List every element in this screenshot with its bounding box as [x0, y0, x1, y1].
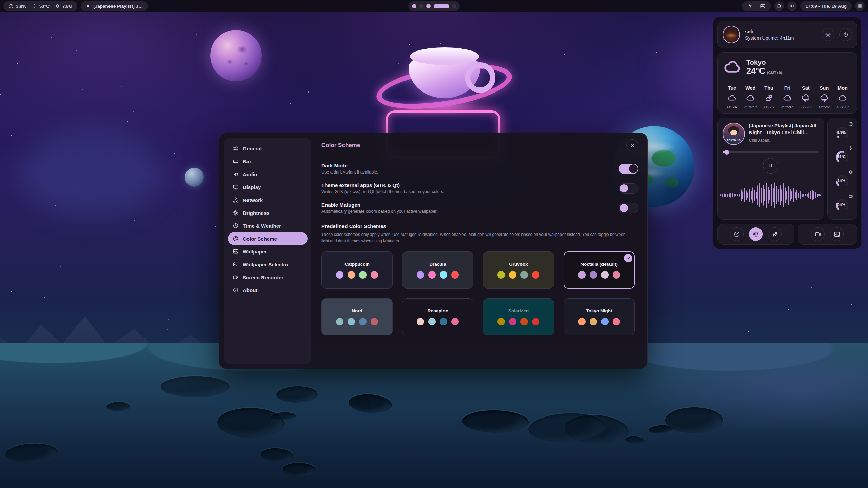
cloud-icon [838, 94, 847, 102]
sidebar-item-screen-recorder[interactable]: Screen Recorder [228, 271, 308, 284]
forecast-day: Thu33°/26° [760, 85, 778, 109]
color-swatch [497, 271, 505, 279]
wave-bar [781, 189, 782, 201]
wave-bar [756, 192, 757, 199]
gauge-thermo: 54°C [831, 146, 853, 167]
color-swatch [601, 271, 609, 279]
workspace-dot-1[interactable] [412, 4, 416, 8]
power-button[interactable] [839, 28, 852, 41]
sidebar-item-audio[interactable]: Audio [228, 168, 308, 181]
workspace-dot-2[interactable] [419, 4, 423, 8]
star [11, 135, 12, 136]
launcher-button[interactable] [855, 1, 865, 11]
play-pause-button[interactable] [763, 158, 778, 174]
star [448, 17, 448, 17]
clock[interactable]: 17:09 - Tue, 19 Aug [800, 1, 852, 11]
sidebar-item-bar[interactable]: Bar [228, 155, 308, 168]
album-art[interactable]: TOKYO LO [723, 123, 745, 145]
scheme-card-catppuccin[interactable]: Catppuccin [321, 251, 393, 289]
settings-main: Color Scheme Dark ModeUse a dark variant… [321, 133, 638, 369]
wave-bar [817, 194, 818, 197]
wave-bar [735, 194, 736, 196]
sidebar-item-wallpaper[interactable]: Wallpaper [228, 245, 308, 258]
balanced-profile-button[interactable] [749, 227, 763, 241]
color-swatch [371, 318, 378, 325]
track-artist: Chill Japan. [749, 138, 819, 143]
avatar[interactable] [723, 26, 740, 43]
wave-bar [742, 191, 743, 199]
sidebar-item-general[interactable]: General [228, 142, 308, 155]
color-swatch [451, 318, 459, 325]
wave-bar [796, 190, 797, 200]
scheme-card-rosepine[interactable]: Rosepine [402, 298, 473, 336]
sidebar-item-brightness[interactable]: Brightness [228, 206, 308, 219]
storm-icon [820, 94, 829, 102]
selected-badge [624, 254, 632, 262]
system-stats-pill[interactable]: 3.8% 53°C 7.8G [3, 1, 77, 11]
system-tray[interactable] [742, 1, 771, 11]
system-monitors-card: 3.1%54°C14%24% [827, 118, 857, 220]
color-swatch [520, 271, 528, 279]
wave-bar [766, 183, 767, 208]
sidebar-item-display[interactable]: Display [228, 181, 308, 194]
sidebar-item-about[interactable]: About [228, 284, 308, 297]
cpu-usage: 3.8% [8, 4, 26, 9]
workspace-dot-5[interactable] [452, 4, 456, 8]
wallpaper-button[interactable] [830, 227, 844, 241]
forecast-day-name: Tue [728, 85, 736, 91]
wave-bar [783, 183, 784, 207]
color-swatch [428, 318, 436, 325]
toggle-knob [620, 184, 628, 192]
workspace-dot-4[interactable] [434, 4, 449, 8]
close-button[interactable] [626, 139, 638, 151]
toggle-on[interactable] [619, 164, 638, 174]
scheme-name: Noctalia (default) [580, 262, 618, 267]
forecast-day: Tue33°/24° [723, 85, 741, 109]
sidebar-item-label: Audio [243, 171, 257, 177]
scheme-card-noctalia-default-[interactable]: Noctalia (default) [564, 251, 635, 289]
workspace-dot-3[interactable] [426, 4, 431, 8]
toggle-off[interactable] [619, 183, 638, 194]
seek-knob[interactable] [724, 150, 729, 155]
sidebar-item-color-scheme[interactable]: Color Scheme [228, 232, 308, 245]
settings-window: GeneralBarAudioDisplayNetworkBrightnessT… [219, 133, 648, 369]
video-icon [233, 274, 239, 280]
star [308, 92, 309, 93]
scheme-card-nord[interactable]: Nord [321, 298, 393, 336]
wave-bar [720, 194, 721, 196]
toggle-off[interactable] [619, 203, 638, 213]
sidebar-item-label: Screen Recorder [243, 274, 283, 280]
scheme-card-gruvbox[interactable]: Gruvbox [483, 251, 554, 289]
color-swatch [601, 318, 609, 325]
sidebar-item-wallpaper-selector[interactable]: Wallpaper Selector [228, 258, 308, 271]
scheme-card-solarized[interactable]: Solarized [483, 298, 554, 336]
sidebar-item-network[interactable]: Network [228, 194, 308, 206]
notifications-button[interactable] [774, 1, 784, 11]
setting-text: Theme external apps (GTK & Qt)Writes GTK… [321, 182, 444, 194]
clock-text: 17:09 - Tue, 19 Aug [805, 4, 847, 9]
weather-forecast: Tue33°/24°Wed35°/25°Thu33°/26°Fri35°/26°… [723, 85, 851, 109]
sidebar-item-time-weather[interactable]: Time & Weather [228, 219, 308, 232]
star [190, 21, 190, 21]
workspace-indicator[interactable] [408, 1, 460, 11]
volume-button[interactable] [787, 1, 797, 11]
powersave-profile-button[interactable] [768, 227, 782, 241]
cloud-icon [783, 94, 792, 102]
scheme-card-dracula[interactable]: Dracula [402, 251, 473, 289]
wave-bar [813, 191, 814, 199]
scheme-card-tokyo-night[interactable]: Tokyo Night [564, 298, 635, 336]
wave-bar [761, 188, 762, 203]
media-pill[interactable]: [Japanese Playlist] J… [81, 1, 148, 11]
username: seb [745, 29, 817, 34]
settings-button[interactable] [822, 28, 834, 41]
video-icon [815, 231, 821, 238]
performance-profile-button[interactable] [730, 227, 744, 241]
weather-card: Tokyo 24°C(GMT+9) Tue33°/24°Wed35°/25°Th… [717, 52, 857, 114]
seek-bar[interactable] [723, 150, 819, 155]
star [133, 111, 134, 112]
star [440, 43, 441, 44]
setting-label: Theme external apps (GTK & Qt) [321, 182, 444, 188]
wave-bar [724, 193, 725, 197]
screen-record-button[interactable] [811, 227, 825, 241]
forecast-day-name: Mon [837, 85, 848, 91]
